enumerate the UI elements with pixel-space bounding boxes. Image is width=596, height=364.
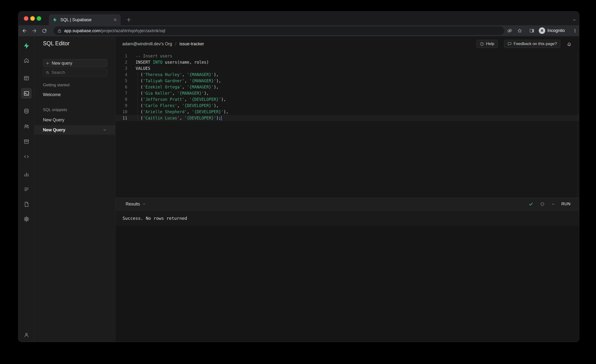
sql-editor-main: adam@windmill.dev's Org / issue-tracker …	[115, 36, 579, 342]
macos-window-controls	[24, 16, 41, 21]
query-result-message: Success. No rows returned	[115, 210, 579, 226]
browser-window: SQL | Supabase app.supabase.com	[18, 11, 579, 342]
breadcrumb-project[interactable]: issue-tracker	[179, 41, 204, 46]
browser-tab[interactable]: SQL | Supabase	[49, 14, 121, 25]
feedback-bubble-icon	[507, 42, 512, 46]
tab-search-chevron-icon[interactable]	[571, 17, 577, 23]
settings-gear-icon[interactable]	[21, 214, 32, 224]
reload-button[interactable]	[41, 28, 47, 34]
supabase-logo-icon[interactable]	[21, 40, 32, 51]
code-line[interactable]: 1-- Insert users	[115, 53, 579, 59]
sql-editor-sidebar: SQL Editor New query Getting started Wel…	[34, 36, 115, 342]
results-dropdown[interactable]: Results	[126, 202, 146, 207]
incognito-avatar-icon	[539, 27, 545, 34]
code-text: VALUES	[136, 65, 150, 72]
new-tab-button[interactable]	[125, 16, 133, 24]
sidebar-item-new-query-2-selected[interactable]: New Query	[34, 125, 115, 135]
api-code-icon[interactable]	[21, 151, 32, 162]
code-text: -- Insert users	[136, 53, 172, 59]
search-input[interactable]	[52, 70, 99, 75]
line-number: 11	[115, 115, 127, 121]
tab-close-icon[interactable]	[113, 18, 117, 22]
notifications-bell-icon[interactable]	[566, 41, 572, 47]
close-window-button[interactable]	[24, 16, 28, 21]
results-empty-area	[115, 226, 579, 342]
breadcrumb-org[interactable]: adam@windmill.dev's Org	[122, 41, 172, 46]
sidebar-title: SQL Editor	[43, 40, 70, 47]
browser-menu-icon[interactable]	[572, 28, 578, 34]
main-header: adam@windmill.dev's Org / issue-tracker …	[115, 36, 579, 52]
sql-snippets-section-label: SQL snippets	[43, 108, 67, 112]
storage-icon[interactable]	[21, 136, 32, 147]
code-line[interactable]: 5 ('Taliyah Gardner', '{MANAGER}'),	[115, 78, 579, 84]
auth-users-icon[interactable]	[21, 121, 32, 132]
bookmark-star-icon[interactable]	[517, 28, 522, 34]
breadcrumb: adam@windmill.dev's Org / issue-tracker	[122, 36, 204, 52]
code-text: ('Arielle Shepherd', '{DEVELOPER}'),	[136, 109, 228, 115]
logs-list-icon[interactable]	[21, 184, 32, 194]
feedback-button-label: Feedback on this page?	[514, 41, 557, 46]
run-button[interactable]: RUN	[561, 202, 571, 207]
new-query-button[interactable]: New query	[43, 59, 107, 67]
line-number: 5	[115, 78, 127, 84]
line-number: 2	[115, 59, 127, 65]
code-line[interactable]: 11 ('Caitlin Lucas', '{DEVELOPER}');	[115, 115, 579, 121]
docs-file-icon[interactable]	[21, 199, 32, 209]
selected-snippet-label: New Query	[43, 127, 103, 133]
success-check-icon[interactable]	[528, 201, 534, 207]
results-label: Results	[126, 202, 140, 207]
line-number: 6	[115, 84, 127, 90]
forward-button[interactable]	[31, 28, 37, 34]
code-line[interactable]: 4 ('Theresa Hurley', '{MANAGER}'),	[115, 72, 579, 78]
url-domain: app.supabase.com	[64, 28, 100, 33]
browser-toolbar: app.supabase.com/project/azahtnhqohyjerz…	[18, 25, 579, 36]
supabase-favicon-icon	[52, 17, 58, 22]
nav-rail	[18, 36, 34, 342]
code-line[interactable]: 8 ('Jefferson Pratt', '{DEVELOPER}'),	[115, 96, 579, 103]
sidebar-item-new-query-1[interactable]: New Query	[34, 116, 115, 124]
code-line[interactable]: 6 ('Ezekiel Ortega', '{MANAGER}'),	[115, 84, 579, 90]
sql-code-editor[interactable]: 1-- Insert users2INSERT INTO users(name,…	[115, 52, 579, 198]
account-icon[interactable]	[21, 329, 32, 340]
results-bar: Results RUN	[115, 198, 579, 210]
sql-editor-icon[interactable]	[21, 88, 32, 99]
reports-chart-icon[interactable]	[21, 169, 32, 180]
line-number: 10	[115, 109, 127, 115]
code-line[interactable]: 10 ('Arielle Shepherd', '{DEVELOPER}'),	[115, 109, 579, 115]
snippet-search[interactable]	[43, 69, 107, 76]
home-icon[interactable]	[21, 55, 32, 66]
database-icon[interactable]	[21, 106, 32, 116]
run-options-chevron-icon[interactable]	[551, 202, 555, 206]
site-security-lock-icon[interactable]	[57, 29, 62, 33]
line-number: 1	[115, 53, 127, 59]
feedback-button[interactable]: Feedback on this page?	[504, 40, 560, 48]
eye-blocked-icon[interactable]	[507, 28, 513, 34]
tab-strip: SQL | Supabase	[18, 11, 579, 25]
code-text: ('Theresa Hurley', '{MANAGER}'),	[136, 72, 219, 78]
address-bar[interactable]: app.supabase.com/project/azahtnhqohyjerz…	[53, 26, 504, 35]
supabase-app: SQL Editor New query Getting started Wel…	[18, 36, 579, 342]
snippet-options-chevron-icon[interactable]	[103, 128, 107, 132]
code-text: INSERT INTO users(name, roles)	[136, 59, 209, 65]
url-path: /project/azahtnhqohyjerzaxtmk/sql	[100, 28, 165, 33]
breadcrumb-separator: /	[175, 41, 176, 46]
code-text: ('Ezekiel Ortega', '{MANAGER}'),	[136, 84, 219, 90]
help-button[interactable]: ? Help	[476, 40, 498, 48]
sidebar-item-welcome[interactable]: Welcome	[34, 90, 115, 99]
back-button[interactable]	[22, 28, 27, 34]
code-line[interactable]: 2INSERT INTO users(name, roles)	[115, 59, 579, 65]
code-line[interactable]: 9 ('Carlo Flores', '{DEVELOPER}'),	[115, 103, 579, 109]
code-line[interactable]: 3VALUES	[115, 65, 579, 72]
incognito-profile-chip[interactable]: Incognito	[539, 27, 565, 34]
zoom-window-button[interactable]	[37, 16, 41, 21]
minimize-window-button[interactable]	[30, 16, 35, 21]
table-editor-icon[interactable]	[21, 73, 32, 83]
code-text: ('Caitlin Lucas', '{DEVELOPER}');	[136, 115, 222, 121]
editor-scrollbar[interactable]	[577, 52, 577, 198]
tab-title: SQL | Supabase	[60, 17, 113, 22]
side-panel-icon[interactable]	[529, 28, 535, 34]
code-line[interactable]: 7 ('Gia Keller', '{MANAGER}'),	[115, 90, 579, 96]
favorite-heart-icon[interactable]	[540, 201, 545, 207]
new-query-button-label: New query	[52, 61, 72, 66]
code-lines: 1-- Insert users2INSERT INTO users(name,…	[115, 53, 579, 121]
